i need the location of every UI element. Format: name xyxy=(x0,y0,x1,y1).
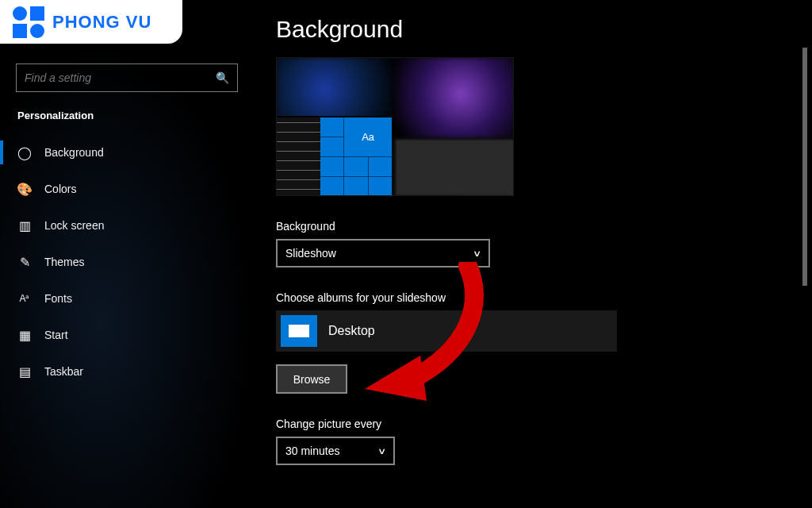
settings-content: Background Aa Background Slideshow ∨ Cho… xyxy=(254,0,812,508)
browse-button-label: Browse xyxy=(293,373,331,386)
brand-logo-text: PHONG VU xyxy=(52,12,151,33)
taskbar-icon: ▤ xyxy=(17,364,32,379)
scrollbar[interactable] xyxy=(802,48,807,286)
folder-icon xyxy=(281,315,317,347)
brand-logo: PHONG VU xyxy=(0,0,182,44)
lockscreen-icon: ▥ xyxy=(17,218,32,233)
background-preview: Aa xyxy=(276,57,514,196)
album-item-label: Desktop xyxy=(328,324,375,338)
brand-logo-mark xyxy=(13,6,44,38)
palette-icon: 🎨 xyxy=(17,182,32,197)
fonts-icon: Aᵃ xyxy=(17,293,32,304)
albums-label: Choose albums for your slideshow xyxy=(276,291,812,304)
chevron-down-icon: ∨ xyxy=(473,248,481,259)
background-dropdown-label: Background xyxy=(276,220,812,233)
sidebar-item-start[interactable]: ▦ Start xyxy=(0,317,254,353)
picture-icon: ◯ xyxy=(17,145,32,160)
interval-dropdown-value: 30 minutes xyxy=(285,444,339,457)
page-title: Background xyxy=(276,16,812,43)
sidebar-item-label: Lock screen xyxy=(44,219,104,232)
search-input[interactable] xyxy=(25,71,216,84)
settings-sidebar: 🔍 Personalization ◯ Background 🎨 Colors … xyxy=(0,44,254,508)
sidebar-item-background[interactable]: ◯ Background xyxy=(0,134,254,171)
sidebar-item-label: Themes xyxy=(44,256,85,268)
preview-tile-aa: Aa xyxy=(344,117,392,156)
sidebar-item-lockscreen[interactable]: ▥ Lock screen xyxy=(0,207,254,244)
search-icon: 🔍 xyxy=(216,71,229,84)
album-item-desktop[interactable]: Desktop xyxy=(276,310,617,352)
sidebar-item-taskbar[interactable]: ▤ Taskbar xyxy=(0,353,254,390)
sidebar-item-colors[interactable]: 🎨 Colors xyxy=(0,171,254,207)
browse-button[interactable]: Browse xyxy=(276,364,347,394)
sidebar-item-themes[interactable]: ✎ Themes xyxy=(0,244,254,280)
chevron-down-icon: ∨ xyxy=(377,446,386,456)
sidebar-item-label: Background xyxy=(44,146,104,159)
interval-label: Change picture every xyxy=(276,418,812,430)
sidebar-item-label: Start xyxy=(44,329,68,341)
settings-search[interactable]: 🔍 xyxy=(16,64,238,92)
sidebar-item-fonts[interactable]: Aᵃ Fonts xyxy=(0,280,254,317)
sidebar-item-label: Taskbar xyxy=(44,365,83,378)
start-icon: ▦ xyxy=(17,328,32,343)
themes-icon: ✎ xyxy=(17,255,32,270)
sidebar-item-label: Colors xyxy=(44,183,76,195)
background-dropdown-value: Slideshow xyxy=(285,247,336,260)
sidebar-item-label: Fonts xyxy=(44,292,72,305)
interval-dropdown[interactable]: 30 minutes ∨ xyxy=(276,437,395,465)
background-dropdown[interactable]: Slideshow ∨ xyxy=(276,239,490,267)
sidebar-section-label: Personalization xyxy=(0,106,254,134)
